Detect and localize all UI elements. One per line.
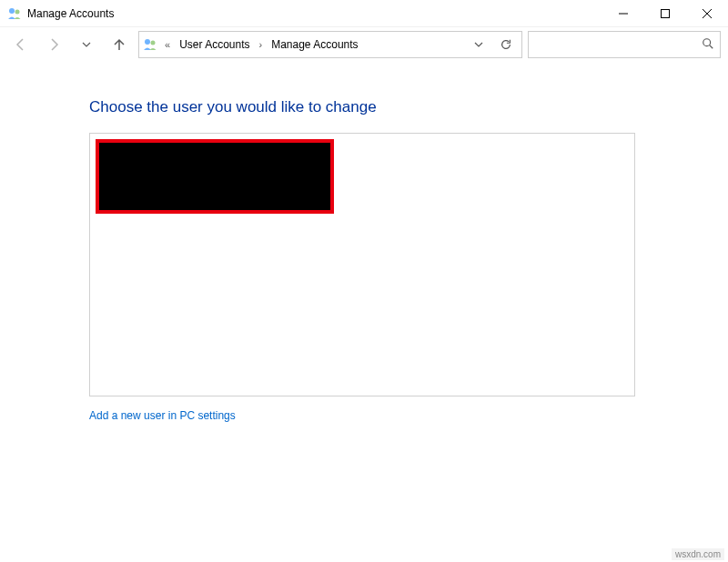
titlebar: Manage Accounts	[0, 0, 728, 27]
breadcrumb-root[interactable]: User Accounts	[176, 36, 253, 53]
toolbar: « User Accounts › Manage Accounts	[0, 27, 728, 62]
breadcrumb-current[interactable]: Manage Accounts	[268, 36, 361, 53]
minimize-button[interactable]	[602, 0, 644, 27]
add-new-user-link[interactable]: Add a new user in PC settings	[89, 409, 236, 422]
user-accounts-icon	[143, 37, 159, 52]
window-title: Manage Accounts	[27, 7, 602, 20]
page-heading: Choose the user you would like to change	[89, 98, 662, 116]
window-controls	[602, 0, 728, 27]
svg-point-7	[151, 41, 156, 45]
svg-line-9	[710, 45, 713, 48]
back-button[interactable]	[7, 31, 35, 58]
search-box[interactable]	[528, 31, 721, 58]
breadcrumb-overflow[interactable]: «	[163, 39, 172, 50]
user-accounts-list	[89, 133, 635, 396]
up-button[interactable]	[106, 31, 133, 58]
user-account-tile[interactable]	[96, 139, 334, 214]
content-area: Choose the user you would like to change…	[0, 62, 728, 422]
close-button[interactable]	[686, 0, 728, 27]
maximize-button[interactable]	[644, 0, 686, 27]
search-icon[interactable]	[702, 37, 714, 53]
watermark: wsxdn.com	[672, 548, 724, 560]
svg-point-6	[145, 39, 150, 45]
refresh-button[interactable]	[494, 33, 518, 56]
forward-button[interactable]	[40, 31, 67, 58]
search-input[interactable]	[534, 38, 702, 51]
user-accounts-icon	[7, 6, 22, 21]
svg-point-8	[703, 38, 711, 45]
address-dropdown-button[interactable]	[467, 33, 490, 56]
chevron-right-icon[interactable]: ›	[258, 39, 265, 50]
address-bar[interactable]: « User Accounts › Manage Accounts	[138, 31, 522, 58]
recent-dropdown-button[interactable]	[73, 31, 100, 58]
svg-rect-3	[662, 9, 670, 17]
svg-point-0	[9, 8, 15, 14]
svg-point-1	[15, 9, 20, 14]
